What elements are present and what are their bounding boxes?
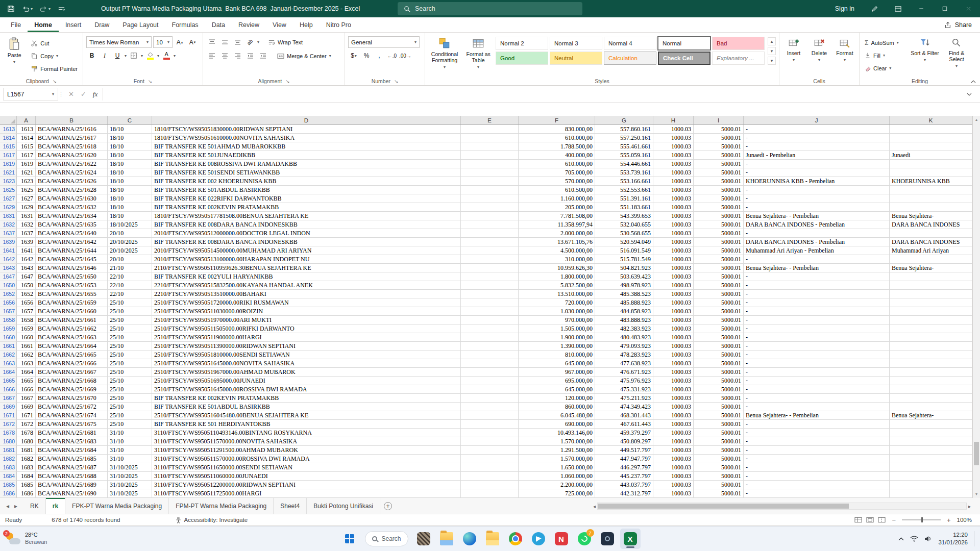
new-sheet-button[interactable]: + [380, 498, 396, 514]
cell[interactable]: - [744, 463, 890, 472]
horizontal-scrollbar[interactable]: ◂ ▸ [593, 501, 971, 511]
cell[interactable]: 555.059.161 [595, 151, 653, 160]
cell[interactable]: 22/10 [108, 272, 152, 281]
cell[interactable]: BCA/WARNA/25/1666 [36, 359, 108, 368]
cell[interactable]: BCA/WARNA/25/1689 [36, 481, 108, 489]
row-number[interactable]: 1643 [0, 264, 17, 272]
cell[interactable]: - [744, 324, 890, 333]
decrease-indent-button[interactable] [244, 51, 256, 62]
cell[interactable]: 5000.01 [694, 411, 744, 420]
cell[interactable]: 5000.01 [694, 281, 744, 290]
clear-button[interactable]: Clear ▾ [863, 62, 908, 74]
cell[interactable]: 5000.01 [694, 316, 744, 324]
cell[interactable]: 13.671.105,76 [519, 238, 595, 246]
cell[interactable]: 5000.01 [694, 359, 744, 368]
cell[interactable]: 205.000,00 [519, 203, 595, 212]
save-button[interactable] [7, 5, 15, 13]
taskbar-file-explorer-icon[interactable] [436, 529, 457, 549]
cell[interactable]: 4.500.000,00 [519, 246, 595, 255]
zoom-in-button[interactable]: + [947, 516, 951, 524]
cell[interactable]: 18/10 [108, 134, 152, 142]
cell[interactable]: 1629 [17, 203, 36, 212]
cell[interactable]: 3110/FTSCY/WS9505110493146.00BINTANG ROS… [152, 429, 461, 437]
cell[interactable] [890, 125, 972, 134]
cell[interactable]: 25/10 [108, 298, 152, 307]
row-number[interactable]: 1613 [0, 125, 17, 134]
cell[interactable]: 1810/FTSCY/WS95051610000.00NOVITA SAHASI… [152, 134, 461, 142]
cell[interactable]: 2110/FTSCY/WS9505110959626.30BENUA SEJAH… [152, 264, 461, 272]
cell-style-neutral[interactable]: Neutral [550, 52, 602, 65]
row-number[interactable]: 1663 [0, 359, 17, 368]
cell[interactable]: 1000.03 [653, 403, 694, 411]
cell[interactable]: 2510/FTSCY/WS950511505000.00RIFKI DARWAN… [152, 324, 461, 333]
cell[interactable] [461, 350, 519, 359]
cell[interactable]: BIF TRANSFER KE 501SENDI SETIAWANKBB [152, 168, 461, 177]
sheet-tab-fpk-pt-warna-media-packaging[interactable]: FPK-PT Warna Media Packaging [65, 498, 169, 514]
cell[interactable]: 443.037.797 [595, 481, 653, 489]
cell[interactable] [461, 420, 519, 429]
cell[interactable]: 530.568.655 [595, 229, 653, 238]
cell[interactable]: 2510/FTSCY/WS95051645000.00NOVITA SAHASI… [152, 359, 461, 368]
cell[interactable]: - [744, 394, 890, 403]
comma-style-button[interactable]: , [374, 50, 385, 61]
cell[interactable]: 645.000,00 [519, 359, 595, 368]
cell[interactable]: 5000.01 [694, 377, 744, 385]
cell[interactable]: BCA/WARNA/25/1684 [36, 446, 108, 455]
cell[interactable]: 1660 [17, 333, 36, 342]
cell[interactable] [890, 368, 972, 377]
taskbar-clock[interactable]: 12:20 31/01/2026 [938, 531, 968, 546]
cell[interactable]: 1000.03 [653, 411, 694, 420]
cell[interactable]: BCA/WARNA/25/1635 [36, 220, 108, 229]
cell[interactable]: - [744, 316, 890, 324]
row-number[interactable]: 1656 [0, 298, 17, 307]
cell[interactable]: 476.671.923 [595, 368, 653, 377]
cell[interactable]: BCA/WARNA/25/1659 [36, 298, 108, 307]
cell[interactable]: 1664 [17, 368, 36, 377]
row-number[interactable]: 1625 [0, 186, 17, 194]
cell[interactable]: 860.000,00 [519, 403, 595, 411]
cell[interactable] [461, 455, 519, 463]
cell[interactable]: - [744, 160, 890, 168]
taskbar-zebra-app-icon[interactable] [413, 529, 434, 549]
cell[interactable]: KHOERUNNISA KBB [890, 177, 972, 186]
cell[interactable]: 5000.01 [694, 125, 744, 134]
cell[interactable]: 1658 [17, 316, 36, 324]
cell[interactable]: 31/10/2025 [108, 481, 152, 489]
cell[interactable]: 1000.03 [653, 429, 694, 437]
cell[interactable] [461, 429, 519, 437]
cell[interactable] [461, 316, 519, 324]
taskbar-folder-icon[interactable] [482, 529, 503, 549]
undo-dropdown-caret[interactable]: ▾ [31, 7, 33, 11]
column-header-K[interactable]: K [890, 116, 972, 124]
cell[interactable]: 1000.03 [653, 307, 694, 316]
cell[interactable]: - [744, 455, 890, 463]
cell[interactable]: 1000.03 [653, 125, 694, 134]
cell[interactable]: 5000.01 [694, 463, 744, 472]
column-header-H[interactable]: H [653, 116, 694, 124]
cell[interactable]: 810.000,00 [519, 350, 595, 359]
format-as-table-button[interactable]: Format as Table ▾ [464, 35, 493, 75]
cell[interactable]: BCA/WARNA/25/1660 [36, 307, 108, 316]
cell[interactable]: - [744, 168, 890, 177]
cell[interactable] [890, 481, 972, 489]
cell[interactable]: 5000.01 [694, 246, 744, 255]
row-number[interactable]: 1621 [0, 168, 17, 177]
cell[interactable] [461, 368, 519, 377]
cell-style-explanatory[interactable]: Explanatory ... [712, 52, 765, 65]
cell[interactable]: 1.570.000,00 [519, 437, 595, 446]
cell[interactable]: 1661 [17, 342, 36, 350]
row-number[interactable]: 1617 [0, 151, 17, 160]
cell[interactable]: KHOERUNNISA KBB - Pembelian [744, 177, 890, 186]
cell[interactable]: 1656 [17, 298, 36, 307]
cell[interactable]: 1617 [17, 151, 36, 160]
cell[interactable]: 610.000,00 [519, 134, 595, 142]
cell[interactable]: BCA/WARNA/25/1626 [36, 177, 108, 186]
cell[interactable] [890, 194, 972, 203]
select-all-corner[interactable] [0, 116, 17, 124]
cell[interactable]: 5000.01 [694, 134, 744, 142]
borders-button[interactable] [128, 50, 139, 61]
cell[interactable]: 1615 [17, 142, 36, 151]
middle-align-button[interactable] [219, 37, 230, 48]
minimize-button[interactable] [910, 0, 933, 17]
cell[interactable] [890, 489, 972, 498]
